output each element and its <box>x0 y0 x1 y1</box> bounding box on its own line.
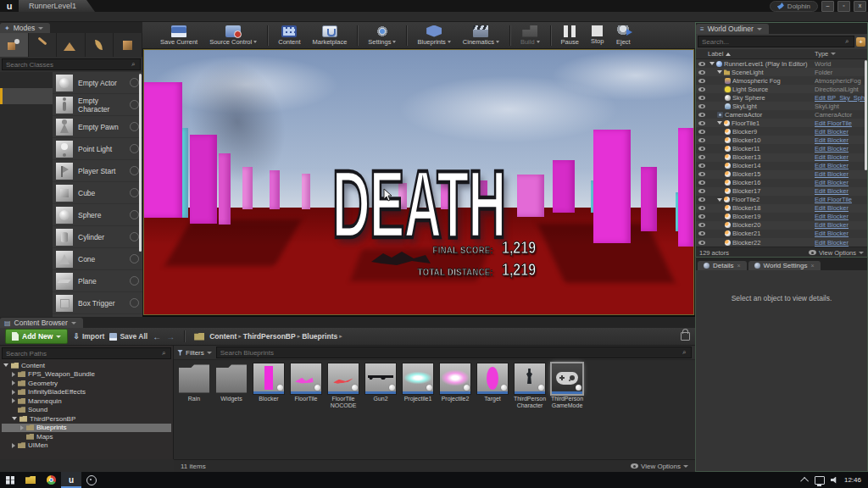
outliner-row[interactable]: Sky Sphere Edit BP_Sky_Sph <box>696 93 867 102</box>
visibility-eye-icon[interactable] <box>698 70 705 75</box>
app-task-button[interactable] <box>81 472 102 488</box>
forward-button[interactable]: → <box>166 332 175 341</box>
outliner-row[interactable]: FloorTile2 Edit FloorTile <box>696 196 867 204</box>
scrollbar[interactable] <box>865 60 867 170</box>
asset-tile[interactable]: Projectile1 <box>401 363 435 402</box>
content-tree-row[interactable]: Blueprints <box>2 424 171 433</box>
visibility-eye-icon[interactable] <box>698 155 705 159</box>
outliner-search-input[interactable] <box>698 36 845 47</box>
marketplace-button[interactable]: Marketplace <box>307 23 353 48</box>
visibility-eye-icon[interactable] <box>698 206 705 210</box>
outliner-row[interactable]: SceneLight Folder <box>696 68 867 76</box>
modes-category[interactable] <box>0 185 53 201</box>
content-tree-row[interactable]: ThirdPersonBP <box>2 414 171 424</box>
breadcrumb-item[interactable]: Blueprints <box>302 332 337 341</box>
tree-expand-arrow-icon[interactable] <box>12 417 17 420</box>
level-tab[interactable]: RunnerLevel1 <box>19 0 95 12</box>
outliner-row[interactable]: Blocker15 Edit Blocker <box>696 170 867 179</box>
modes-category[interactable] <box>0 120 53 136</box>
breadcrumb-item[interactable]: Content <box>209 332 236 341</box>
visibility-eye-icon[interactable] <box>698 62 705 66</box>
expand-arrow-icon[interactable] <box>717 70 722 74</box>
world-outliner-tab[interactable]: ≡ World Outliner <box>696 24 769 34</box>
outliner-row[interactable]: Light Source DirectionalLight <box>696 85 867 93</box>
modes-category[interactable] <box>0 88 53 104</box>
visibility-eye-icon[interactable] <box>698 96 705 100</box>
clock[interactable]: 12:46 <box>844 476 861 484</box>
source-control-button[interactable]: Source Control <box>203 23 263 48</box>
speaker-icon[interactable] <box>831 477 838 484</box>
expand-arrow-icon[interactable] <box>717 121 722 125</box>
modes-tab[interactable]: ✦ Modes <box>0 23 50 33</box>
eject-button[interactable]: Eject <box>609 23 637 48</box>
place-mode-button[interactable] <box>0 33 29 57</box>
foliage-mode-button[interactable] <box>86 33 114 57</box>
outliner-row[interactable]: RunnerLevel1 (Play In Editor) World <box>696 59 867 68</box>
cinematics-button[interactable]: Cinematics <box>457 23 505 48</box>
drag-handle-icon[interactable] <box>130 188 139 197</box>
content-tree-row[interactable]: Geometry <box>2 379 171 388</box>
blueprints-button[interactable]: Blueprints <box>411 23 456 48</box>
place-actor-item[interactable]: Empty Actor <box>53 72 142 94</box>
place-actor-item[interactable]: Empty Character <box>53 94 142 116</box>
pause-button[interactable]: Pause <box>555 23 585 48</box>
drag-handle-icon[interactable] <box>130 100 139 109</box>
drag-handle-icon[interactable] <box>130 276 139 286</box>
place-actor-item[interactable]: Player Start <box>53 160 142 182</box>
settings-button[interactable]: Settings <box>362 23 402 48</box>
asset-thumbnail[interactable] <box>515 363 545 394</box>
asset-thumbnail[interactable] <box>440 363 470 394</box>
outliner-view-options[interactable]: View Options <box>809 249 864 257</box>
expand-arrow-icon[interactable] <box>717 198 722 202</box>
asset-thumbnail[interactable] <box>477 363 508 394</box>
content-button[interactable]: Content <box>272 23 306 48</box>
visibility-eye-icon[interactable] <box>698 113 705 117</box>
drag-handle-icon[interactable] <box>130 144 139 153</box>
add-new-button[interactable]: Add New <box>5 329 68 344</box>
back-button[interactable]: ← <box>153 332 161 341</box>
asset-thumbnail[interactable] <box>179 363 209 394</box>
game-viewport[interactable]: DEATH FINAL SCORE: 1,219 TOTAL DISTANCE:… <box>144 50 693 314</box>
outliner-row[interactable]: SkyLight SkyLight <box>696 102 867 110</box>
content-browser-tab[interactable]: ▤ Content Browser <box>0 318 83 328</box>
geometry-mode-button[interactable] <box>114 33 142 57</box>
modes-category[interactable] <box>0 136 53 152</box>
place-actor-item[interactable]: Cube <box>53 182 142 204</box>
filters-dropdown[interactable]: Filters <box>177 349 212 357</box>
asset-thumbnail[interactable] <box>253 363 284 394</box>
save-current-button[interactable]: Save Current <box>154 23 203 48</box>
asset-tile[interactable]: Target <box>476 363 509 402</box>
place-actor-item[interactable]: Box Trigger <box>53 292 142 314</box>
drag-handle-icon[interactable] <box>130 78 139 87</box>
asset-tile[interactable]: ThirdPerson GameMode <box>550 363 584 409</box>
place-actor-item[interactable]: Point Light <box>53 138 142 160</box>
place-actor-item[interactable]: Plane <box>53 270 142 292</box>
visibility-eye-icon[interactable] <box>698 104 705 108</box>
outliner-row[interactable]: Atmospheric Fog AtmosphericFog <box>696 76 867 85</box>
outliner-row[interactable]: Blocker18 Edit Blocker <box>696 204 867 213</box>
tree-expand-arrow-icon[interactable] <box>12 443 15 448</box>
outliner-row[interactable]: Blocker20 Edit Blocker <box>696 221 867 230</box>
drag-handle-icon[interactable] <box>130 210 139 219</box>
tree-expand-arrow-icon[interactable] <box>12 372 15 377</box>
visibility-eye-icon[interactable] <box>698 223 705 227</box>
visibility-eye-icon[interactable] <box>698 197 705 202</box>
content-tree-row[interactable]: Maps <box>2 432 171 441</box>
outliner-column-header[interactable]: Label Type <box>696 49 867 59</box>
save-all-button[interactable]: Save All <box>109 332 147 341</box>
asset-tile[interactable]: Gun2 <box>364 363 398 402</box>
visibility-eye-icon[interactable] <box>698 79 705 83</box>
visibility-eye-icon[interactable] <box>698 189 705 193</box>
asset-thumbnail[interactable] <box>328 363 359 394</box>
start-button[interactable] <box>0 472 20 488</box>
tree-expand-arrow-icon[interactable] <box>12 398 15 403</box>
drag-handle-icon[interactable] <box>130 232 139 241</box>
add-actor-icon[interactable]: + <box>856 37 865 47</box>
minimize-button[interactable]: – <box>821 1 834 12</box>
outliner-row[interactable]: Blocker22 Edit Blocker <box>696 238 867 247</box>
breadcrumb-item[interactable]: ThirdPersonBP <box>243 332 296 341</box>
content-tree-row[interactable]: UIMen <box>2 441 171 451</box>
drag-handle-icon[interactable] <box>130 122 139 131</box>
file-explorer-button[interactable] <box>20 472 41 488</box>
asset-tile[interactable]: Blocker <box>252 363 286 402</box>
